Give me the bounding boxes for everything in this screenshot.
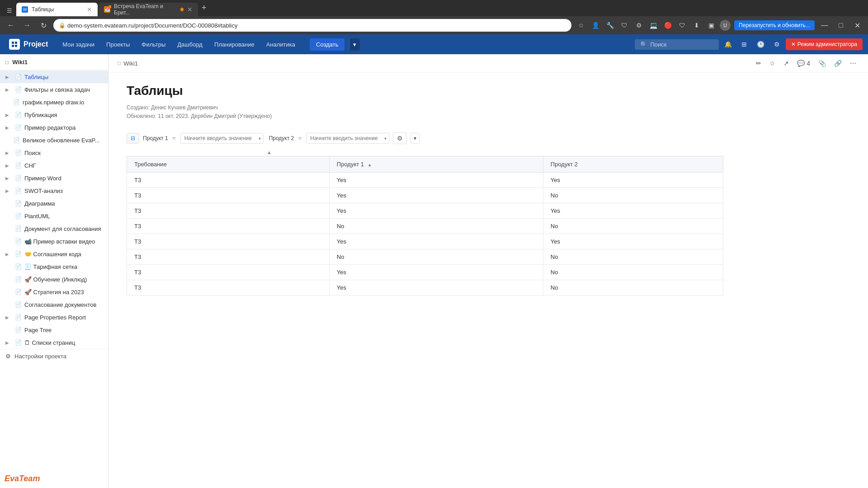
tab2-close[interactable]: ✕	[187, 6, 193, 13]
nav-dashboard[interactable]: Дашборд	[172, 38, 208, 51]
tab1-close[interactable]: ✕	[87, 6, 92, 13]
sidebar-item-strategy[interactable]: ▶ 📄 🚀 Стратегия на 2023	[0, 286, 108, 298]
sidebar-label-approval: Документ для согласования	[24, 225, 101, 232]
nav-my-tasks[interactable]: Мои задачи	[57, 38, 100, 51]
sidebar-item-draw[interactable]: 📄 график.пример draw.io	[0, 96, 108, 108]
doc-icon-strategy: 📄	[14, 288, 22, 296]
sidebar-item-diagram[interactable]: ▶ 📄 Диаграмма	[0, 197, 108, 210]
sidebar-item-tablicy[interactable]: ▶ 📄 Таблицы	[0, 70, 108, 83]
sidebar-item-lists[interactable]: ▶ 📄 🗒 Списки страниц	[0, 336, 108, 349]
extension5-icon[interactable]: 🔴	[662, 19, 674, 31]
sidebar-item-editor[interactable]: ▶ 📄 Пример редактора	[0, 121, 108, 134]
filter-product2-label: Продукт 2	[269, 135, 294, 141]
new-tab-button[interactable]: +	[199, 3, 209, 13]
history-icon[interactable]: 🕐	[753, 37, 768, 52]
grid-view-icon[interactable]: ⊞	[737, 37, 751, 52]
app: Project Мои задачи Проекты Фильтры Дашбо…	[0, 34, 868, 488]
more-actions-button[interactable]: ⋯	[847, 58, 859, 69]
cell-prod1-7: Yes	[329, 280, 543, 296]
close-button[interactable]: ✕	[851, 19, 863, 32]
maximize-button[interactable]: □	[835, 19, 847, 32]
sidebar-item-filters[interactable]: ▶ 📄 Фильтры и связка задач	[0, 83, 108, 96]
filter-chevron-button[interactable]: ▾	[410, 133, 420, 144]
create-dropdown-button[interactable]: ▾	[349, 38, 360, 51]
comments-button[interactable]: 💬 4	[794, 58, 813, 69]
filter-value2-input[interactable]	[306, 133, 389, 144]
attach-button[interactable]: 📎	[816, 58, 829, 69]
extension3-icon[interactable]: ⚙	[633, 19, 645, 31]
settings-item[interactable]: ⚙ Настройки проекта	[0, 349, 108, 363]
nav-items: Мои задачи Проекты Фильтры Дашборд Плани…	[57, 38, 301, 51]
search-bar[interactable]: 🔍	[635, 39, 719, 50]
sidebar-item-training[interactable]: ▶ 📄 🚀 Обучение (Инклюд)	[0, 273, 108, 286]
sidebar-label-video: 📹 Пример вставки видео	[24, 238, 95, 245]
share-button[interactable]: ↗	[781, 58, 792, 69]
tab-meeting[interactable]: 📅 Встреча EvaTeam и Брит... ✕	[99, 3, 198, 16]
sidebar-item-swot[interactable]: ▶ 📄 SWOT-анализ	[0, 184, 108, 197]
create-button[interactable]: Создать	[310, 38, 344, 51]
expand-arrow-swot: ▶	[5, 188, 12, 193]
sidebar-item-docapproval[interactable]: ▶ 📄 Согласование документов	[0, 298, 108, 311]
sort-indicator-row: ▲	[127, 149, 723, 156]
notifications-icon[interactable]: 🔔	[721, 37, 735, 52]
minimize-button[interactable]: —	[818, 19, 831, 32]
sidebar-item-plantuml[interactable]: ▶ 📄 PlantUML	[0, 210, 108, 222]
tab-tablicy[interactable]: W Таблицы ✕	[16, 3, 98, 16]
back-button[interactable]: ←	[5, 19, 17, 32]
settings-icon[interactable]: ⚙	[769, 37, 784, 52]
expand-arrow-tablicy: ▶	[5, 75, 12, 80]
bookmark-icon[interactable]: ☆	[575, 19, 587, 31]
sidebar-item-ppr[interactable]: ▶ 📄 Page Properties Report	[0, 311, 108, 324]
extension2-icon[interactable]: 🛡	[618, 19, 630, 31]
sidebar-item-search[interactable]: ▶ 📄 Поиск	[0, 146, 108, 159]
edit-button[interactable]: ✏	[753, 58, 764, 69]
extension6-icon[interactable]: 🛡	[676, 19, 688, 31]
expand-arrow-search: ▶	[5, 150, 12, 155]
filter-value2-container: ▾	[306, 133, 389, 144]
nav-filters[interactable]: Фильтры	[136, 38, 171, 51]
filter-value1-input[interactable]	[180, 133, 264, 144]
expand-arrow-code: ▶	[5, 252, 12, 257]
user-avatar[interactable]: U	[720, 20, 731, 31]
breadcrumb-wiki-icon: □	[118, 60, 121, 66]
sidebar-label-strategy: 🚀 Стратегия на 2023	[24, 289, 84, 296]
doc-icon-swot: 📄	[14, 187, 22, 194]
layout-icon[interactable]: ▣	[705, 19, 717, 31]
nav-projects[interactable]: Проекты	[101, 38, 135, 51]
nav-analytics[interactable]: Аналитика	[261, 38, 301, 51]
nav-planning[interactable]: Планирование	[209, 38, 260, 51]
sidebar-label-editor: Пример редактора	[24, 124, 75, 131]
sidebar-label-diagram: Диаграмма	[24, 200, 55, 207]
browser-menu-btn[interactable]: ☰	[4, 5, 15, 16]
doc-icon-video: 📄	[14, 238, 22, 245]
sidebar-item-pagetree[interactable]: ▶ 📄 Page Tree	[0, 324, 108, 336]
settings-label: Настройки проекта	[14, 353, 66, 360]
sidebar-item-sng[interactable]: ▶ 📄 СНГ	[0, 159, 108, 172]
sidebar-item-approval[interactable]: ▶ 📄 Документ для согласования	[0, 222, 108, 235]
sidebar-item-tariff[interactable]: ▶ 📄 🧾 Тарифная сетка	[0, 260, 108, 273]
star-button[interactable]: ☆	[767, 58, 778, 69]
sidebar-item-code[interactable]: ▶ 📄 🤝 Соглашения кода	[0, 248, 108, 260]
search-input[interactable]	[650, 41, 713, 48]
col-product1[interactable]: Продукт 1 ▲	[329, 156, 543, 173]
sidebar-item-word[interactable]: ▶ 📄 Пример Word	[0, 172, 108, 184]
download-icon[interactable]: ⬇	[691, 19, 703, 31]
cell-req-5: Т3	[127, 249, 330, 265]
sidebar-item-publication[interactable]: ▶ 📄 Публикация	[0, 108, 108, 121]
app-logo[interactable]: Project	[5, 39, 52, 50]
url-bar[interactable]: 🔒 demo-system.evateam.ru/project/Documen…	[53, 19, 571, 32]
link-button[interactable]: 🔗	[831, 58, 844, 69]
extension1-icon[interactable]: 🔧	[604, 19, 616, 31]
filter-settings-button[interactable]: ⚙	[393, 132, 407, 144]
extension4-icon[interactable]: 💻	[647, 19, 659, 31]
sort-arrow-prod1: ▲	[368, 162, 372, 167]
sidebar-item-video[interactable]: ▶ 📄 📹 Пример вставки видео	[0, 235, 108, 248]
profile-icon[interactable]: 👤	[590, 19, 601, 31]
restart-button[interactable]: Перезапустить и обновить...	[734, 20, 815, 30]
table-header: Требование Продукт 1 ▲ Продукт 2	[127, 156, 723, 173]
forward-button[interactable]: →	[21, 19, 33, 32]
sidebar-item-update[interactable]: 📄 Великое обновление EvaP...	[0, 134, 108, 146]
reload-button[interactable]: ↻	[37, 19, 50, 32]
filter-icon-btn[interactable]: ⊟	[127, 133, 139, 144]
admin-mode-button[interactable]: ✕ Режим администратора	[786, 38, 863, 50]
